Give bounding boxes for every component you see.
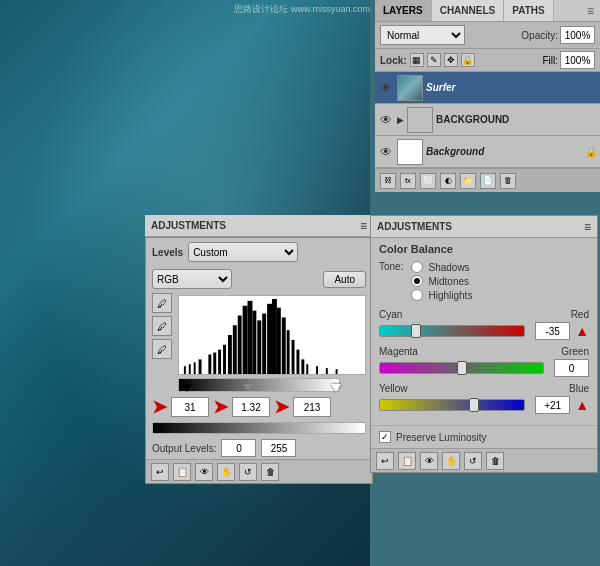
eye-icon-background[interactable]: 👁 (378, 144, 394, 160)
blend-mode-select[interactable]: Normal Multiply Screen (380, 25, 465, 45)
link-icon[interactable]: ⛓ (380, 173, 396, 189)
levels-panel: ADJUSTMENTS ≡ Levels Custom Default RGB … (145, 215, 373, 484)
levels-rotate-icon[interactable]: ↺ (239, 463, 257, 481)
mid-point-handle[interactable] (243, 384, 253, 392)
auto-button[interactable]: Auto (323, 271, 366, 288)
fill-group: Fill: (542, 51, 595, 69)
yellow-blue-labels: Yellow Blue (379, 383, 589, 394)
blue-label: Blue (569, 383, 589, 394)
eye-icon-bg-group[interactable]: 👁 (378, 112, 394, 128)
black-point-handle[interactable] (182, 384, 192, 392)
cyan-red-input[interactable] (535, 322, 570, 340)
preserve-luminosity-label: Preserve Luminosity (396, 432, 487, 443)
group-arrow-icon[interactable]: ▶ (397, 115, 404, 125)
svg-rect-17 (267, 304, 272, 374)
tab-paths[interactable]: PATHS (504, 0, 553, 21)
magenta-green-input[interactable] (554, 359, 589, 377)
tone-options: Shadows Midtones Highlights (411, 261, 472, 303)
output-levels-slider[interactable] (152, 422, 366, 434)
levels-eye-icon[interactable]: 👁 (195, 463, 213, 481)
color-balance-header: ADJUSTMENTS ≡ (371, 216, 597, 238)
delete-icon[interactable]: 🗑 (500, 173, 516, 189)
yellow-blue-slider[interactable] (379, 399, 525, 411)
cyan-red-handle[interactable] (411, 324, 421, 338)
fill-input[interactable] (560, 51, 595, 69)
layer-row-surfer[interactable]: 👁 Surfer (375, 72, 600, 104)
magenta-green-handle[interactable] (457, 361, 467, 375)
lock-icons: ▦ ✎ ✥ 🔒 (410, 53, 475, 67)
tab-channels[interactable]: CHANNELS (432, 0, 505, 21)
shadows-label: Shadows (428, 262, 469, 273)
levels-hand-icon[interactable]: ✋ (217, 463, 235, 481)
output-white-input[interactable] (261, 439, 296, 457)
levels-return-icon[interactable]: ↩ (151, 463, 169, 481)
color-balance-panel-menu[interactable]: ≡ (584, 220, 591, 234)
channel-select[interactable]: RGB Red Green Blue (152, 269, 232, 289)
input-levels-slider[interactable] (178, 378, 340, 392)
preserve-luminosity-checkbox[interactable]: ✓ (379, 431, 391, 443)
lock-move-icon[interactable]: ✥ (444, 53, 458, 67)
white-point-handle[interactable] (331, 384, 341, 392)
highlights-radio[interactable] (411, 289, 423, 301)
yellow-blue-input-row: ▲ (379, 396, 589, 414)
cb-delete-icon[interactable]: 🗑 (486, 452, 504, 470)
tab-layers[interactable]: LAYERS (375, 0, 432, 21)
svg-rect-13 (248, 301, 253, 374)
panel-menu-icon[interactable]: ≡ (581, 4, 600, 18)
output-black-input[interactable] (221, 439, 256, 457)
new-layer-icon[interactable]: 📄 (480, 173, 496, 189)
cyan-red-row: Cyan Red ▲ (379, 309, 589, 340)
levels-preset-select[interactable]: Custom Default (188, 242, 298, 262)
highlights-label: Highlights (428, 290, 472, 301)
magenta-green-row: Magenta Green (379, 346, 589, 377)
cb-eye-icon[interactable]: 👁 (420, 452, 438, 470)
cb-section-main: Color Balance Tone: Shadows Midtones (371, 238, 597, 425)
color-balance-panel-title: ADJUSTMENTS (377, 221, 452, 232)
mask-icon[interactable]: ⬜ (420, 173, 436, 189)
magenta-green-slider[interactable] (379, 362, 544, 374)
levels-clip-icon[interactable]: 📋 (173, 463, 191, 481)
mid-point-input[interactable] (232, 397, 270, 417)
midtones-radio[interactable] (411, 275, 423, 287)
eye-icon-surfer[interactable]: 👁 (378, 80, 394, 96)
shadows-radio[interactable] (411, 261, 423, 273)
magenta-label: Magenta (379, 346, 418, 357)
eyedropper-black-icon[interactable]: 🖊 (152, 293, 172, 313)
opacity-label: Opacity: (521, 30, 558, 41)
layers-lock-bar: Lock: ▦ ✎ ✥ 🔒 Fill: (375, 49, 600, 72)
yellow-blue-arrow: ▲ (575, 397, 589, 413)
layer-row-background-group[interactable]: 👁 ▶ BACKGROUND (375, 104, 600, 136)
histogram-svg (179, 296, 365, 374)
svg-rect-7 (218, 350, 221, 374)
yellow-blue-handle[interactable] (469, 398, 479, 412)
midtones-label: Midtones (428, 276, 469, 287)
svg-rect-2 (189, 364, 191, 374)
svg-rect-5 (208, 355, 211, 375)
preserve-luminosity-row: ✓ Preserve Luminosity (371, 425, 597, 448)
opacity-input[interactable] (560, 26, 595, 44)
levels-panel-title: ADJUSTMENTS (151, 220, 226, 231)
levels-panel-menu[interactable]: ≡ (360, 219, 367, 233)
cb-hand-icon[interactable]: ✋ (442, 452, 460, 470)
levels-delete-icon[interactable]: 🗑 (261, 463, 279, 481)
fx-icon[interactable]: fx (400, 173, 416, 189)
lock-transparent-icon[interactable]: ▦ (410, 53, 424, 67)
black-point-input[interactable] (171, 397, 209, 417)
adjustment-icon[interactable]: ◐ (440, 173, 456, 189)
lock-paint-icon[interactable]: ✎ (427, 53, 441, 67)
cb-return-icon[interactable]: ↩ (376, 452, 394, 470)
eyedropper-gray-icon[interactable]: 🖊 (152, 316, 172, 336)
arrow-mid-icon: ➤ (213, 396, 228, 418)
cb-clip-icon[interactable]: 📋 (398, 452, 416, 470)
layer-row-background[interactable]: 👁 Background 🔒 (375, 136, 600, 168)
midtones-radio-row: Midtones (411, 275, 472, 287)
lock-all-icon[interactable]: 🔒 (461, 53, 475, 67)
layer-name-background: Background (426, 146, 484, 157)
cb-rotate-icon[interactable]: ↺ (464, 452, 482, 470)
eyedropper-white-icon[interactable]: 🖊 (152, 339, 172, 359)
group-icon[interactable]: 📁 (460, 173, 476, 189)
yellow-blue-input[interactable] (535, 396, 570, 414)
layers-panel: LAYERS CHANNELS PATHS ≡ Normal Multiply … (375, 0, 600, 192)
cyan-red-slider[interactable] (379, 325, 525, 337)
white-point-input[interactable] (293, 397, 331, 417)
